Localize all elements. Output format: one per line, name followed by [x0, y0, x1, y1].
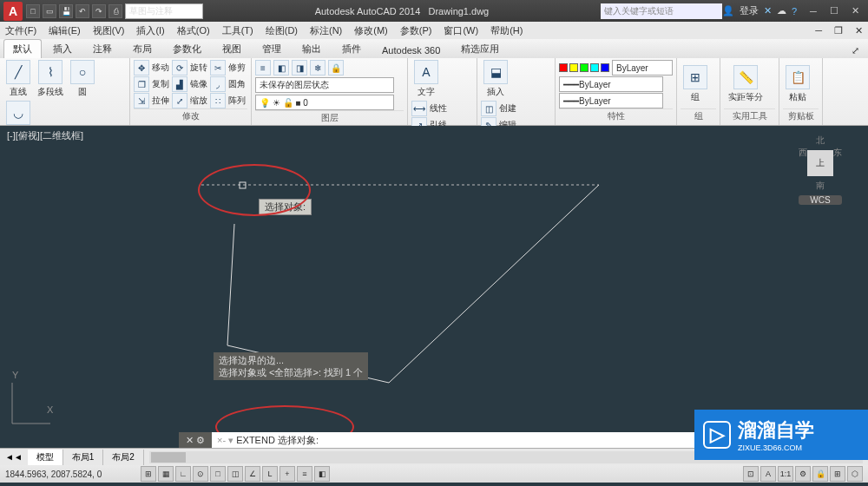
help-icon[interactable]: ?	[792, 6, 797, 16]
layer-selector[interactable]: 💡 ☀ 🔓 ■ 0	[255, 95, 394, 110]
array-icon[interactable]: ∷	[210, 93, 226, 108]
layer-state-selector[interactable]: 未保存的图层状态	[255, 77, 394, 93]
layer-icon[interactable]: ◧	[273, 60, 289, 76]
menu-draw[interactable]: 绘图(D)	[266, 24, 298, 37]
polyline-button[interactable]: ⌇多段线	[36, 60, 65, 98]
viewcube[interactable]: 北 西上东 南 WCS	[799, 135, 842, 195]
line-button[interactable]: ╱直线	[3, 60, 33, 98]
menu-format[interactable]: 格式(O)	[177, 24, 210, 37]
layerfrz-icon[interactable]: ❄	[310, 60, 326, 76]
tab-param[interactable]: 参数化	[163, 39, 211, 58]
osnap-toggle[interactable]: □	[210, 466, 226, 482]
save-icon[interactable]: 💾	[59, 4, 73, 18]
new-icon[interactable]: □	[26, 4, 40, 18]
tab-model[interactable]: 模型	[28, 450, 63, 465]
menu-insert[interactable]: 插入(I)	[136, 24, 164, 37]
snap-toggle[interactable]: ⊞	[141, 466, 156, 482]
close-button[interactable]: ✕	[845, 3, 865, 19]
copy-icon[interactable]: ❐	[134, 76, 149, 92]
login-button[interactable]: 登录	[740, 4, 759, 17]
user-icon[interactable]: 👤	[722, 5, 734, 16]
cloud-icon[interactable]: ☁	[777, 5, 786, 16]
tab-layout2[interactable]: 布局2	[103, 450, 144, 465]
create-block-icon[interactable]: ◫	[481, 101, 496, 116]
grid-toggle[interactable]: ▦	[158, 466, 174, 482]
dyn-toggle[interactable]: +	[279, 466, 295, 482]
ws-toggle[interactable]: ⚙	[795, 466, 811, 482]
menu-tool[interactable]: 工具(T)	[222, 24, 253, 37]
maximize-button[interactable]: ☐	[825, 3, 844, 19]
model-toggle[interactable]: ⊡	[743, 466, 759, 482]
tab-plugin[interactable]: 插件	[332, 39, 371, 58]
print-icon[interactable]: ⎙	[108, 4, 122, 18]
3dosnap-toggle[interactable]: ◫	[227, 466, 243, 482]
group-button[interactable]: ⊞组	[681, 65, 710, 103]
ducs-toggle[interactable]: L	[262, 466, 278, 482]
menu-dim[interactable]: 标注(N)	[310, 24, 342, 37]
linear-dim-icon[interactable]: ⟷	[411, 101, 427, 116]
insert-button[interactable]: ⬓插入	[481, 60, 510, 98]
mirror-icon[interactable]: ▟	[172, 76, 187, 92]
layeroff-icon[interactable]: ◨	[292, 60, 307, 76]
circle-button[interactable]: ○圆	[68, 60, 97, 98]
wcs-label[interactable]: WCS	[799, 195, 842, 205]
stretch-icon[interactable]: ⇲	[134, 93, 149, 108]
workspace-selector[interactable]: 草图与注释	[125, 3, 203, 19]
lwt-toggle[interactable]: ≡	[297, 466, 312, 482]
rotate-icon[interactable]: ⟳	[172, 60, 187, 76]
doc-minimize-button[interactable]: ─	[815, 25, 822, 36]
menu-file[interactable]: 文件(F)	[5, 24, 36, 37]
tab-a360[interactable]: Autodesk 360	[372, 42, 450, 58]
tab-featured[interactable]: 精选应用	[451, 39, 509, 58]
color-selector[interactable]: ByLayer	[612, 60, 673, 76]
lineweight-selector[interactable]: ━━━ ByLayer	[559, 93, 663, 108]
tab-insert[interactable]: 插入	[43, 39, 82, 58]
text-button[interactable]: A文字	[411, 60, 441, 98]
menu-window[interactable]: 窗口(W)	[444, 24, 478, 37]
hw-toggle[interactable]: ⊞	[830, 466, 845, 482]
tab-annotate[interactable]: 注释	[83, 39, 122, 58]
doc-restore-button[interactable]: ❐	[834, 25, 843, 36]
tab-view[interactable]: 视图	[213, 39, 251, 58]
tab-layout[interactable]: 布局	[123, 39, 161, 58]
menu-modify[interactable]: 修改(M)	[354, 24, 388, 37]
tpy-toggle[interactable]: ◧	[314, 466, 330, 482]
trim-icon[interactable]: ✂	[210, 60, 226, 76]
fillet-icon[interactable]: ◞	[210, 76, 226, 92]
exchange-icon[interactable]: ✕	[764, 5, 772, 16]
linetype-selector[interactable]: ━━━ ByLayer	[559, 76, 663, 92]
paste-button[interactable]: 📋粘贴	[783, 65, 812, 103]
otrack-toggle[interactable]: ∠	[245, 466, 260, 482]
tab-arrows[interactable]: ◄◄	[0, 452, 28, 462]
polar-toggle[interactable]: ⊙	[193, 466, 208, 482]
anno-toggle[interactable]: A	[760, 466, 776, 482]
tab-manage[interactable]: 管理	[253, 39, 291, 58]
scale-toggle[interactable]: 1:1	[778, 466, 793, 482]
ortho-toggle[interactable]: ∟	[175, 466, 191, 482]
menu-edit[interactable]: 编辑(E)	[49, 24, 81, 37]
undo-icon[interactable]: ↶	[76, 4, 89, 18]
app-logo[interactable]: A	[3, 2, 23, 21]
move-icon[interactable]: ✥	[134, 60, 149, 76]
lock-toggle[interactable]: 🔒	[812, 466, 828, 482]
iso-toggle[interactable]: ⬡	[847, 466, 863, 482]
tab-output[interactable]: 输出	[293, 39, 331, 58]
layerprop-icon[interactable]: ≡	[255, 60, 271, 76]
ribbon-expand-icon[interactable]: ⤢	[846, 43, 865, 58]
tab-default[interactable]: 默认	[3, 39, 42, 58]
open-icon[interactable]: ▭	[43, 4, 56, 18]
measure-button[interactable]: 📏实距等分	[724, 65, 767, 103]
cmdline-handle[interactable]: ✕ ⚙	[179, 432, 212, 448]
menu-param[interactable]: 参数(P)	[400, 24, 432, 37]
menu-help[interactable]: 帮助(H)	[490, 24, 523, 37]
redo-icon[interactable]: ↷	[92, 4, 106, 18]
tab-layout1[interactable]: 布局1	[63, 450, 104, 465]
layerlock-icon[interactable]: 🔒	[328, 60, 344, 76]
doc-close-button[interactable]: ✕	[855, 25, 863, 36]
scale-icon[interactable]: ⤢	[172, 93, 187, 108]
drawing-viewport[interactable]: [-][俯视][二维线框] 选择对象: 北 西上东 南 WCS Y X 选择边界…	[0, 126, 868, 434]
minimize-button[interactable]: ─	[804, 3, 823, 19]
menu-view[interactable]: 视图(V)	[93, 24, 125, 37]
viewcube-top[interactable]: 上	[807, 150, 833, 176]
help-search-input[interactable]: 键入关键字或短语	[601, 3, 722, 19]
